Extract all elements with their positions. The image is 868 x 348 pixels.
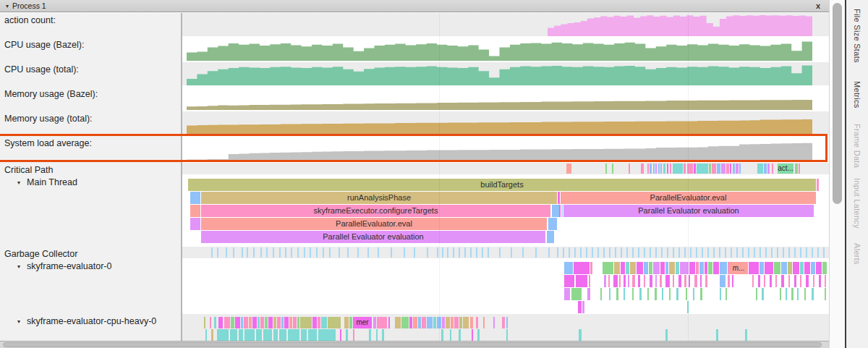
trace-span[interactable]: [263, 329, 272, 341]
trace-span[interactable]: [547, 231, 554, 243]
trace-event-tick[interactable]: [442, 247, 443, 258]
trace-event-tick[interactable]: [291, 247, 292, 258]
trace-event-tick[interactable]: [566, 164, 571, 174]
trace-span[interactable]: [422, 317, 426, 328]
trace-span[interactable]: [732, 275, 733, 287]
trace-span[interactable]: [665, 262, 668, 274]
trace-span[interactable]: [624, 275, 626, 287]
trace-span[interactable]: [760, 262, 764, 274]
trace-span[interactable]: [506, 317, 508, 328]
trace-event-tick[interactable]: [464, 247, 466, 258]
trace-event-labeled[interactable]: act...: [778, 164, 793, 174]
trace-event-tick[interactable]: [632, 247, 634, 258]
trace-span[interactable]: [637, 262, 643, 274]
trace-span[interactable]: [548, 218, 557, 230]
trace-event-tick[interactable]: [586, 247, 587, 258]
trace-event-tick[interactable]: [488, 247, 489, 258]
trace-event-tick[interactable]: [658, 164, 660, 174]
trace-span[interactable]: [650, 275, 652, 287]
trace-event-tick[interactable]: [629, 164, 630, 174]
trace-span[interactable]: [301, 329, 307, 341]
trace-span[interactable]: [395, 317, 401, 328]
trace-span[interactable]: [800, 262, 804, 274]
trace-span[interactable]: [239, 329, 243, 341]
trace-span[interactable]: [647, 288, 649, 300]
trace-span[interactable]: [401, 317, 409, 328]
trace-span[interactable]: [578, 301, 582, 313]
trace-span[interactable]: [720, 262, 727, 274]
trace-span[interactable]: [293, 317, 297, 328]
trace-span[interactable]: [616, 288, 618, 300]
trace-span[interactable]: [603, 262, 613, 274]
trace-span[interactable]: [797, 288, 799, 300]
trace-span[interactable]: [613, 275, 618, 287]
trace-event-tick[interactable]: [339, 247, 340, 258]
trace-span[interactable]: [630, 262, 636, 274]
trace-event-tick[interactable]: [367, 247, 369, 258]
trace-span[interactable]: [774, 262, 780, 274]
trace-event-tick[interactable]: [580, 247, 582, 258]
trace-span[interactable]: skyframeExecutor.configureTargets: [201, 205, 550, 217]
trace-event-tick[interactable]: [702, 247, 703, 258]
collapse-arrow-icon[interactable]: ▾: [17, 263, 20, 270]
trace-span[interactable]: [700, 275, 702, 287]
trace-event-tick[interactable]: [812, 247, 813, 258]
track-row-system-load[interactable]: [182, 136, 829, 161]
trace-span[interactable]: runAnalysisPhase: [201, 192, 557, 204]
trace-span[interactable]: [281, 317, 284, 328]
side-tab-file-size-stats[interactable]: File Size Stats: [853, 9, 861, 63]
process-header[interactable]: ▾ Process 1 x: [0, 0, 829, 12]
trace-span[interactable]: [752, 275, 754, 287]
trace-span[interactable]: [780, 288, 781, 300]
trace-event-tick[interactable]: [777, 247, 778, 258]
trace-event-tick[interactable]: [736, 164, 739, 174]
trace-event-tick[interactable]: [574, 247, 576, 258]
trace-span[interactable]: [644, 275, 645, 287]
trace-span[interactable]: [340, 329, 341, 341]
trace-event-tick[interactable]: [684, 247, 686, 258]
trace-span[interactable]: [459, 329, 461, 341]
trace-span[interactable]: [211, 329, 213, 341]
trace-span[interactable]: [561, 205, 563, 217]
trace-event-tick[interactable]: [783, 247, 784, 258]
trace-span[interactable]: [676, 262, 679, 274]
trace-span[interactable]: [644, 262, 648, 274]
horizontal-scrollbar[interactable]: [0, 341, 829, 348]
trace-event-tick[interactable]: [799, 164, 800, 174]
trace-event-tick[interactable]: [817, 247, 819, 258]
trace-event-tick[interactable]: [655, 247, 657, 258]
trace-span[interactable]: [349, 317, 352, 328]
trace-span[interactable]: [604, 275, 606, 287]
trace-event-tick[interactable]: [260, 247, 262, 258]
trace-span[interactable]: [764, 275, 765, 287]
trace-event-tick[interactable]: [697, 164, 708, 174]
trace-span[interactable]: [493, 317, 495, 328]
trace-span[interactable]: [621, 262, 625, 274]
trace-span[interactable]: [230, 329, 237, 341]
trace-span[interactable]: [388, 317, 390, 328]
trace-span[interactable]: [204, 317, 205, 328]
trace-span[interactable]: [813, 275, 814, 287]
track-row-skyframe-evaluator-0[interactable]: m...: [182, 259, 829, 314]
trace-event-tick[interactable]: [279, 247, 281, 258]
trace-span[interactable]: [369, 329, 371, 341]
trace-span[interactable]: [660, 275, 662, 287]
trace-span[interactable]: [273, 329, 278, 341]
trace-span[interactable]: [451, 317, 454, 328]
trace-span[interactable]: [655, 275, 657, 287]
trace-span[interactable]: [564, 262, 573, 274]
trace-event-tick[interactable]: [795, 164, 798, 174]
trace-event-tick[interactable]: [713, 247, 715, 258]
trace-span[interactable]: [632, 288, 634, 300]
trace-span[interactable]: [587, 288, 590, 300]
trace-span[interactable]: [472, 329, 473, 341]
trace-span[interactable]: [788, 262, 792, 274]
trace-event-tick[interactable]: [772, 164, 773, 174]
trace-span[interactable]: [252, 317, 257, 328]
trace-event-tick[interactable]: [603, 247, 605, 258]
trace-span[interactable]: [483, 317, 485, 328]
trace-span[interactable]: [678, 275, 681, 287]
trace-span[interactable]: [433, 317, 436, 328]
trace-span[interactable]: [344, 317, 349, 328]
trace-span[interactable]: [589, 275, 590, 287]
